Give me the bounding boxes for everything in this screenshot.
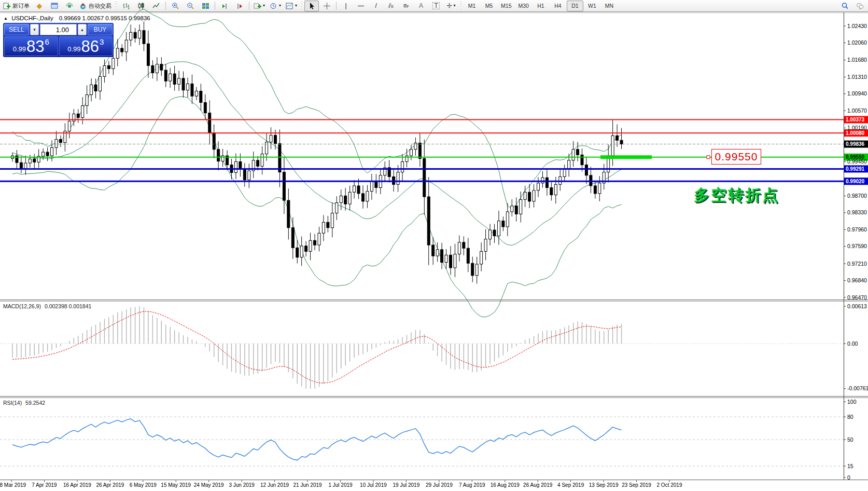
svg-text:7 Apr 2019: 7 Apr 2019 <box>32 482 57 488</box>
svg-text:15 May 2019: 15 May 2019 <box>161 482 191 488</box>
volume-decrease-button[interactable]: ▼ <box>30 24 39 35</box>
sell-price-big: 83 <box>26 39 44 54</box>
svg-text:1.00570: 1.00570 <box>847 107 867 114</box>
volume-input[interactable]: 1.00 <box>40 24 77 35</box>
terminal-window: 新订单 ◆ 自动交易 <box>0 0 868 491</box>
chart-title: ▲ USDCHF-,Daily 0.99669 1.00267 0.99515 … <box>4 15 150 21</box>
buy-button[interactable]: BUY <box>88 24 113 35</box>
svg-text:16 Aug 2019: 16 Aug 2019 <box>491 482 520 488</box>
svg-text:0.97960: 0.97960 <box>847 226 867 233</box>
chinese-annotation: 多空转折点 <box>694 185 782 206</box>
svg-text:0.99450: 0.99450 <box>847 158 867 165</box>
svg-text:26 Apr 2019: 26 Apr 2019 <box>96 482 124 488</box>
collapse-arrow-icon[interactable]: ▲ <box>4 16 8 21</box>
svg-text:24 May 2019: 24 May 2019 <box>194 482 224 488</box>
svg-text:28 Mar 2019: 28 Mar 2019 <box>0 482 26 488</box>
svg-text:16 Apr 2019: 16 Apr 2019 <box>63 482 91 488</box>
svg-text:0.98330: 0.98330 <box>847 209 867 215</box>
svg-text:0.99020: 0.99020 <box>846 179 865 184</box>
svg-text:0.00: 0.00 <box>847 340 858 347</box>
chart-canvas[interactable]: 1.003731.000800.995500.992910.990200.998… <box>0 0 868 491</box>
svg-text:6 May 2019: 6 May 2019 <box>130 482 157 488</box>
svg-text:0.99291: 0.99291 <box>846 166 865 172</box>
svg-text:1.01680: 1.01680 <box>847 57 867 63</box>
svg-text:1.01310: 1.01310 <box>847 74 867 80</box>
svg-text:19 Jul 2019: 19 Jul 2019 <box>393 482 420 488</box>
svg-text:0.98700: 0.98700 <box>847 193 867 199</box>
svg-text:1 Jul 2019: 1 Jul 2019 <box>328 482 353 488</box>
svg-text:1.02060: 1.02060 <box>847 39 867 46</box>
sell-price-button[interactable]: 0.99 83 6 <box>4 36 58 56</box>
svg-text:1.00940: 1.00940 <box>847 90 867 97</box>
volume-increase-button[interactable]: ▲ <box>78 24 87 35</box>
ohlc-values: 0.99669 1.00267 0.99515 0.99836 <box>59 15 150 21</box>
svg-text:2 Oct 2019: 2 Oct 2019 <box>657 482 682 488</box>
svg-text:1.00190: 1.00190 <box>847 125 867 131</box>
price-callout-box[interactable]: 0.99550 <box>711 149 761 165</box>
svg-text:21 Jun 2019: 21 Jun 2019 <box>293 482 322 488</box>
svg-text:0.96470: 0.96470 <box>847 294 867 301</box>
svg-text:0.97590: 0.97590 <box>847 243 867 249</box>
svg-text:1.00373: 1.00373 <box>846 117 865 122</box>
svg-text:23 Sep 2019: 23 Sep 2019 <box>622 482 651 488</box>
svg-text:15: 15 <box>847 463 853 469</box>
svg-text:0.96840: 0.96840 <box>847 277 867 283</box>
svg-text:26 Aug 2019: 26 Aug 2019 <box>523 482 553 488</box>
svg-text:7 Aug 2019: 7 Aug 2019 <box>459 482 485 488</box>
svg-text:0.00613: 0.00613 <box>847 303 867 309</box>
svg-text:0: 0 <box>847 474 850 481</box>
rsi-label: RSI(14) 59.2542 <box>3 400 45 406</box>
svg-text:0.97210: 0.97210 <box>847 261 867 267</box>
one-click-trading-panel: SELL ▼ 1.00 ▲ BUY 0.99 83 6 0.99 86 3 <box>3 23 114 57</box>
svg-text:1.02430: 1.02430 <box>847 23 867 29</box>
svg-text:12 Jun 2019: 12 Jun 2019 <box>260 482 289 488</box>
svg-text:100: 100 <box>847 399 857 405</box>
svg-text:10 Jul 2019: 10 Jul 2019 <box>360 482 387 488</box>
buy-price-big: 86 <box>81 39 99 54</box>
buy-price-base: 0.99 <box>67 45 80 53</box>
svg-text:4 Sep 2019: 4 Sep 2019 <box>557 482 584 488</box>
svg-text:1.00080: 1.00080 <box>846 130 865 136</box>
svg-text:13 Sep 2019: 13 Sep 2019 <box>589 482 619 488</box>
svg-text:-0.007612: -0.007612 <box>847 385 868 391</box>
sell-price-pip: 6 <box>45 37 49 46</box>
macd-values: 0.002398 0.001841 <box>45 303 92 309</box>
sell-price-base: 0.99 <box>13 45 26 53</box>
svg-text:50: 50 <box>847 437 853 443</box>
buy-price-button[interactable]: 0.99 86 3 <box>59 36 113 56</box>
svg-text:29 Jul 2019: 29 Jul 2019 <box>426 482 453 488</box>
buy-price-pip: 3 <box>100 37 104 46</box>
svg-text:3 Jun 2019: 3 Jun 2019 <box>229 482 255 488</box>
symbol-period-label: USDCHF-,Daily <box>11 15 53 21</box>
sell-button[interactable]: SELL <box>4 24 29 35</box>
svg-text:80: 80 <box>847 414 853 420</box>
rsi-value: 59.2542 <box>25 400 45 406</box>
svg-text:0.99836: 0.99836 <box>846 141 865 147</box>
macd-label: MACD(12,26,9) 0.002398 0.001841 <box>3 303 91 309</box>
